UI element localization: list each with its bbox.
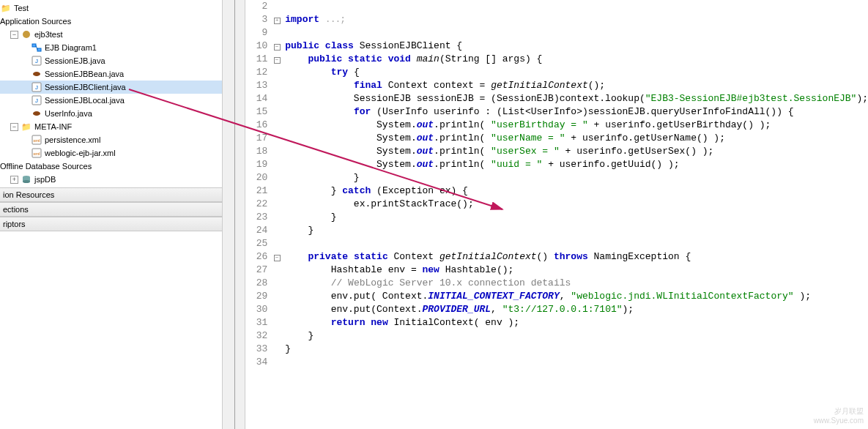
code-text[interactable]: env.put( Context.INITIAL_CONTEXT_FACTORY…	[282, 290, 868, 303]
tree-file[interactable]: UserInfo.java	[0, 107, 234, 120]
tree-file[interactable]: SessionEJBBean.java	[0, 67, 234, 81]
code-text[interactable]: System.out.println( "uuid = " + userinfo…	[282, 158, 868, 171]
fold-gutter[interactable]: −	[272, 40, 282, 53]
code-line[interactable]: 33}	[245, 343, 868, 356]
code-line[interactable]: 2	[245, 0, 868, 13]
fold-gutter	[272, 171, 282, 184]
code-line[interactable]: 27 Hashtable env = new Hashtable();	[245, 264, 868, 277]
fold-gutter	[272, 237, 282, 250]
tree-package[interactable]: − ejb3test	[0, 28, 234, 41]
code-line[interactable]: 29 env.put( Context.INITIAL_CONTEXT_FACT…	[245, 290, 868, 303]
collapse-icon[interactable]: −	[10, 31, 18, 39]
code-line[interactable]: 17 System.out.println( "userName = " + u…	[245, 132, 868, 145]
code-text[interactable]	[282, 237, 868, 250]
code-text[interactable]: Hashtable env = new Hashtable();	[282, 264, 868, 277]
fold-gutter	[272, 303, 282, 316]
code-line[interactable]: 24 }	[245, 224, 868, 237]
code-text[interactable]: private static Context getInitialContext…	[282, 250, 868, 264]
code-line[interactable]: 20 }	[245, 171, 868, 184]
code-text[interactable]: }	[282, 224, 868, 237]
section-label: ections	[3, 205, 29, 214]
code-line[interactable]: 12 try {	[245, 66, 868, 79]
code-text[interactable]	[282, 0, 868, 13]
code-line[interactable]: 25	[245, 237, 868, 250]
code-text[interactable]: }	[282, 171, 868, 184]
code-editor[interactable]: 23+import ...;910−public class SessionEJ…	[235, 0, 868, 429]
code-text[interactable]: } catch (Exception ex) {	[282, 184, 868, 198]
code-line[interactable]: 32 }	[245, 329, 868, 343]
code-text[interactable]: public static void main(String [] args) …	[282, 53, 868, 66]
collapse-icon[interactable]: −	[10, 123, 18, 131]
panel-section-descriptors[interactable]: riptors	[0, 217, 234, 231]
code-text[interactable]: return new InitialContext( env );	[282, 316, 868, 329]
tree-section[interactable]: Offline Database Sources	[0, 160, 234, 173]
code-line[interactable]: 31 return new InitialContext( env );	[245, 316, 868, 329]
code-text[interactable]: }	[282, 211, 868, 224]
code-line[interactable]: 3+import ...;	[245, 13, 868, 26]
code-line[interactable]: 9	[245, 26, 868, 40]
tree-section[interactable]: Application Sources	[0, 15, 234, 28]
tree-label: jspDB	[34, 175, 56, 184]
tree-file[interactable]: xmlpersistence.xml	[0, 133, 234, 146]
code-text[interactable]: import ...;	[282, 13, 868, 26]
collapse-icon[interactable]: −	[274, 44, 281, 51]
code-line[interactable]: 11− public static void main(String [] ar…	[245, 53, 868, 66]
code-line[interactable]: 23 }	[245, 211, 868, 224]
code-text[interactable]: }	[282, 343, 868, 356]
code-text[interactable]: ex.printStackTrace();	[282, 198, 868, 211]
svg-text:xml: xml	[33, 138, 40, 143]
code-text[interactable]: System.out.println( "userBirthday = " + …	[282, 119, 868, 132]
collapse-icon[interactable]: −	[274, 255, 281, 261]
code-line[interactable]: 10−public class SessionEJBClient {	[245, 40, 868, 53]
tree-file[interactable]: xmlweblogic-ejb-jar.xml	[0, 146, 234, 160]
fold-gutter[interactable]: +	[272, 13, 282, 26]
collapse-icon[interactable]: −	[274, 57, 281, 64]
code-text[interactable]: SessionEJB sessionEJB = (SessionEJB)cont…	[282, 92, 868, 105]
expand-icon[interactable]: +	[10, 176, 18, 184]
tree-file[interactable]: JSessionEJBClient.java	[0, 81, 234, 94]
code-text[interactable]	[282, 26, 868, 40]
fold-gutter[interactable]: −	[272, 53, 282, 66]
code-line[interactable]: 19 System.out.println( "uuid = " + useri…	[245, 158, 868, 171]
code-line[interactable]: 15 for (UserInfo userinfo : (List<UserIn…	[245, 105, 868, 119]
code-text[interactable]: // WebLogic Server 10.x connection detai…	[282, 277, 868, 290]
expand-icon[interactable]: +	[274, 18, 281, 24]
tree-folder-metainf[interactable]: − 📁 META-INF	[0, 120, 234, 133]
code-text[interactable]: env.put(Context.PROVIDER_URL, "t3://127.…	[282, 303, 868, 316]
code-text[interactable]: System.out.println( "userName = " + user…	[282, 132, 868, 145]
code-text[interactable]: final Context context = getInitialContex…	[282, 79, 868, 92]
code-line[interactable]: 22 ex.printStackTrace();	[245, 198, 868, 211]
tree-file[interactable]: JSessionEJB.java	[0, 54, 234, 67]
fold-gutter	[272, 290, 282, 303]
code-line[interactable]: 16 System.out.println( "userBirthday = "…	[245, 119, 868, 132]
project-tree-panel[interactable]: 📁 Test Application Sources − ejb3test EJ…	[0, 0, 235, 429]
vertical-scrollbar[interactable]	[222, 0, 234, 429]
code-line[interactable]: 28 // WebLogic Server 10.x connection de…	[245, 277, 868, 290]
code-line[interactable]: 13 final Context context = getInitialCon…	[245, 79, 868, 92]
tree-file[interactable]: EJB Diagram1	[0, 41, 234, 54]
code-line[interactable]: 14 SessionEJB sessionEJB = (SessionEJB)c…	[245, 92, 868, 105]
code-line[interactable]: 18 System.out.println( "userSex = " + us…	[245, 145, 868, 158]
code-line[interactable]: 21 } catch (Exception ex) {	[245, 184, 868, 198]
line-number: 28	[245, 277, 272, 290]
line-number: 29	[245, 290, 272, 303]
tree-node-jspdb[interactable]: + jspDB	[0, 173, 234, 186]
panel-section-resources[interactable]: ion Resources	[0, 187, 234, 202]
code-line[interactable]: 30 env.put(Context.PROVIDER_URL, "t3://1…	[245, 303, 868, 316]
line-number: 22	[245, 198, 272, 211]
fold-gutter[interactable]: −	[272, 250, 282, 264]
panel-section-connections[interactable]: ections	[0, 202, 234, 217]
code-text[interactable]: for (UserInfo userinfo : (List<UserInfo>…	[282, 105, 868, 119]
code-text[interactable]: try {	[282, 66, 868, 79]
code-text[interactable]	[282, 356, 868, 369]
code-text[interactable]: System.out.println( "userSex = " + useri…	[282, 145, 868, 158]
line-number: 32	[245, 329, 272, 343]
line-number: 24	[245, 224, 272, 237]
code-text[interactable]: }	[282, 329, 868, 343]
code-text[interactable]: public class SessionEJBClient {	[282, 40, 868, 53]
tree-file[interactable]: JSessionEJBLocal.java	[0, 94, 234, 107]
code-line[interactable]: 26− private static Context getInitialCon…	[245, 250, 868, 264]
project-tree[interactable]: 📁 Test Application Sources − ejb3test EJ…	[0, 0, 234, 187]
code-line[interactable]: 34	[245, 356, 868, 369]
tree-root[interactable]: 📁 Test	[0, 1, 234, 15]
